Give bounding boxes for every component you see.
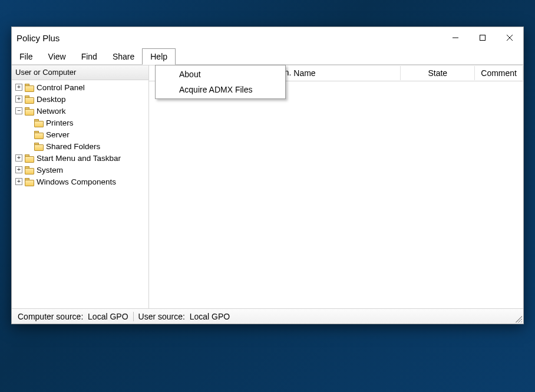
help-dropdown: About Acquire ADMX Files bbox=[155, 65, 286, 99]
menu-file[interactable]: File bbox=[12, 48, 41, 64]
tree-node[interactable]: +Start Menu and Taskbar bbox=[12, 152, 148, 164]
menubar: File View Find Share Help bbox=[12, 48, 523, 65]
list-body[interactable] bbox=[149, 81, 523, 308]
statusbar: Computer source: Local GPO User source: … bbox=[12, 308, 523, 324]
tree-node-label: Windows Components bbox=[37, 177, 116, 186]
list-panel: Name State Comment bbox=[149, 65, 523, 308]
window-title: Policy Plus bbox=[12, 33, 442, 43]
folder-icon bbox=[25, 177, 34, 186]
folder-icon bbox=[25, 154, 34, 162]
help-acquire-admx[interactable]: Acquire ADMX Files bbox=[157, 82, 284, 97]
tree-node-label: System bbox=[37, 166, 63, 174]
status-computer-source: Computer source: Local GPO bbox=[14, 312, 132, 321]
tree-node-label: Desktop bbox=[37, 95, 66, 104]
expand-icon[interactable]: + bbox=[15, 178, 22, 185]
tree-view[interactable]: +Control Panel+Desktop−NetworkPrintersSe… bbox=[12, 80, 148, 308]
status-separator bbox=[133, 312, 134, 321]
maximize-icon bbox=[480, 35, 486, 41]
tree-node[interactable]: +Desktop bbox=[12, 93, 148, 105]
tree-node[interactable]: +Windows Components bbox=[12, 176, 148, 187]
folder-icon bbox=[34, 118, 44, 127]
tree-node[interactable]: Printers bbox=[12, 117, 148, 129]
maximize-button[interactable] bbox=[469, 27, 496, 48]
tree-node-label: Printers bbox=[46, 118, 74, 127]
tree-node[interactable]: Shared Folders bbox=[12, 140, 148, 152]
folder-icon bbox=[25, 95, 34, 103]
expand-icon[interactable]: + bbox=[15, 84, 22, 91]
folder-icon bbox=[34, 130, 44, 139]
menu-help[interactable]: Help bbox=[142, 48, 176, 65]
expand-icon[interactable]: + bbox=[15, 166, 22, 173]
status-user-source: User source: Local GPO bbox=[135, 312, 234, 321]
minimize-button[interactable] bbox=[442, 27, 469, 48]
column-comment[interactable]: Comment bbox=[475, 66, 523, 80]
close-button[interactable] bbox=[496, 27, 523, 48]
column-state[interactable]: State bbox=[401, 66, 475, 80]
folder-icon bbox=[25, 166, 34, 174]
tree-node-label: Control Panel bbox=[37, 83, 85, 92]
content-area: User or Computer +Control Panel+Desktop−… bbox=[12, 65, 523, 308]
collapse-icon[interactable]: − bbox=[15, 107, 22, 114]
expand-icon[interactable]: + bbox=[15, 95, 22, 103]
tree-node-label: Start Menu and Taskbar bbox=[37, 154, 121, 163]
tree-node-label: Shared Folders bbox=[46, 142, 100, 151]
app-window: Policy Plus File View Find Share Help Ab… bbox=[11, 27, 524, 324]
tree-node[interactable]: Server bbox=[12, 129, 148, 140]
menu-find[interactable]: Find bbox=[74, 48, 105, 64]
folder-icon bbox=[25, 83, 34, 91]
help-about[interactable]: About bbox=[157, 67, 284, 82]
menu-share[interactable]: Share bbox=[105, 48, 142, 64]
expand-icon[interactable]: + bbox=[15, 154, 22, 162]
tree-node[interactable]: +System bbox=[12, 164, 148, 176]
folder-icon bbox=[34, 142, 44, 150]
tree-node-label: Server bbox=[46, 130, 70, 139]
tree-node[interactable]: +Control Panel bbox=[12, 81, 148, 93]
tree-node[interactable]: −Network bbox=[12, 105, 148, 117]
tree-node-label: Network bbox=[37, 107, 66, 116]
tree-panel: User or Computer +Control Panel+Desktop−… bbox=[12, 65, 149, 308]
titlebar: Policy Plus bbox=[12, 27, 523, 48]
folder-icon bbox=[25, 107, 34, 115]
close-icon bbox=[507, 35, 513, 41]
minimize-icon bbox=[453, 35, 458, 41]
resize-grip-icon[interactable] bbox=[514, 314, 522, 322]
menu-view[interactable]: View bbox=[41, 48, 74, 64]
column-name[interactable]: Name bbox=[288, 66, 401, 80]
tree-header[interactable]: User or Computer bbox=[12, 65, 148, 80]
svg-rect-1 bbox=[480, 35, 486, 41]
